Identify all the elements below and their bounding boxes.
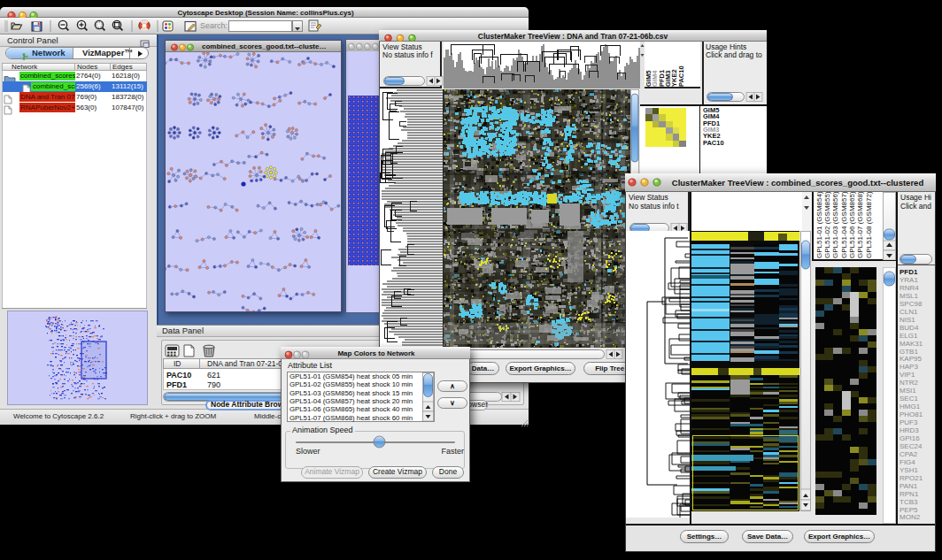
svg-text:GPL51-03 (GSM856): GPL51-03 (GSM856): [831, 192, 839, 258]
svg-text:GPL51-02 (GSM855): GPL51-02 (GSM855): [823, 192, 831, 258]
svg-text:PAC10: PAC10: [677, 65, 685, 87]
svg-text:GPL51-08 (GSM872): GPL51-08 (GSM872): [865, 192, 873, 258]
svg-text:GPL51-07 (GSM868): GPL51-07 (GSM868): [856, 192, 864, 258]
svg-text:GPL51-01 (GSM854): GPL51-01 (GSM854): [815, 192, 823, 258]
svg-text:GPL51-06 (GSM865): GPL51-06 (GSM865): [848, 192, 856, 258]
svg-text:GPL51-04 (GSM857): GPL51-04 (GSM857): [840, 192, 848, 258]
